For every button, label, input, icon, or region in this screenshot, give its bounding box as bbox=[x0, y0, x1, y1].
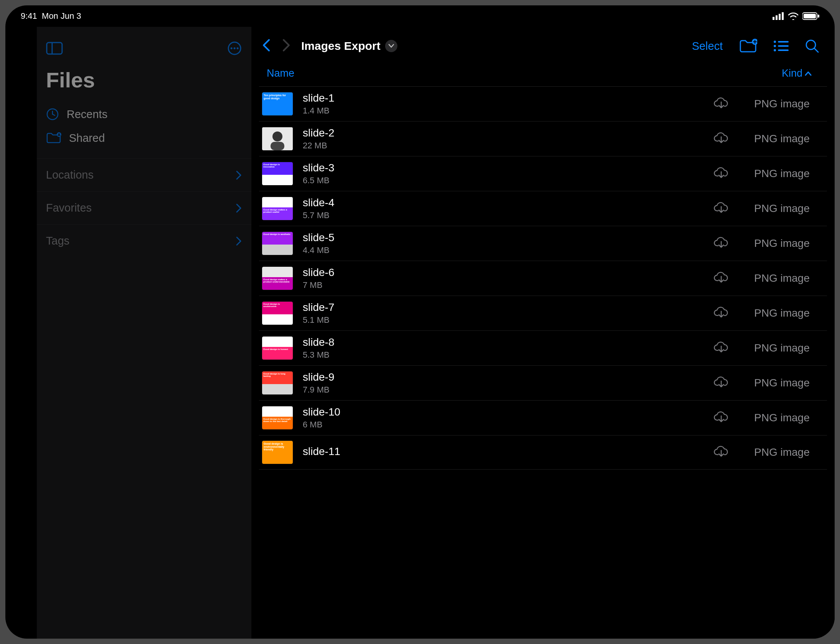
svg-rect-3 bbox=[782, 12, 784, 20]
sidebar-section-label: Favorites bbox=[46, 202, 92, 214]
list-view-button[interactable] bbox=[773, 40, 789, 52]
download-cloud-icon[interactable] bbox=[714, 341, 729, 355]
file-size: 7 MB bbox=[303, 280, 704, 290]
column-name[interactable]: Name bbox=[267, 67, 294, 79]
file-name: slide-5 bbox=[303, 232, 704, 244]
svg-rect-5 bbox=[804, 14, 816, 18]
status-date: Mon Jun 3 bbox=[42, 11, 81, 21]
file-row[interactable]: Good design is innovativeslide-36.5 MBPN… bbox=[259, 156, 827, 191]
sidebar-collapse-icon[interactable] bbox=[46, 42, 63, 55]
shared-folder-icon bbox=[46, 131, 61, 145]
sidebar-section-label: Locations bbox=[46, 169, 94, 181]
file-kind: PNG image bbox=[754, 133, 819, 145]
file-kind: PNG image bbox=[754, 98, 819, 110]
sidebar-item-shared[interactable]: Shared bbox=[37, 126, 251, 150]
file-meta: slide-45.7 MB bbox=[303, 197, 704, 220]
search-button[interactable] bbox=[805, 39, 819, 53]
file-meta: slide-222 MB bbox=[303, 127, 704, 151]
download-cloud-icon[interactable] bbox=[714, 97, 729, 111]
file-name: slide-10 bbox=[303, 406, 704, 418]
file-size: 5.7 MB bbox=[303, 210, 704, 220]
file-kind: PNG image bbox=[754, 377, 819, 389]
svg-rect-2 bbox=[779, 14, 781, 20]
file-kind: PNG image bbox=[754, 342, 819, 354]
download-cloud-icon[interactable] bbox=[714, 132, 729, 146]
file-row[interactable]: Good design is unobtrusiveslide-75.1 MBP… bbox=[259, 296, 827, 331]
file-row[interactable]: Good design makes a product usefulslide-… bbox=[259, 191, 827, 226]
file-kind: PNG image bbox=[754, 412, 819, 424]
file-kind: PNG image bbox=[754, 168, 819, 180]
file-meta: slide-85.3 MB bbox=[303, 336, 704, 360]
folder-title[interactable]: Images Export bbox=[301, 39, 397, 53]
file-row[interactable]: slide-222 MBPNG image bbox=[259, 122, 827, 156]
download-cloud-icon[interactable] bbox=[714, 376, 729, 390]
download-cloud-icon[interactable] bbox=[714, 445, 729, 459]
file-name: slide-11 bbox=[303, 445, 704, 458]
download-cloud-icon[interactable] bbox=[714, 167, 729, 181]
file-thumbnail: Ten principles for good design bbox=[262, 92, 293, 115]
download-cloud-icon[interactable] bbox=[714, 411, 729, 425]
file-thumbnail: Good design is honest bbox=[262, 337, 293, 360]
svg-rect-27 bbox=[271, 142, 284, 150]
svg-point-12 bbox=[237, 48, 239, 49]
download-cloud-icon[interactable] bbox=[714, 271, 729, 285]
file-name: slide-6 bbox=[303, 266, 704, 279]
file-name: slide-4 bbox=[303, 197, 704, 209]
sidebar-section-favorites[interactable]: Favorites bbox=[37, 191, 251, 224]
file-row[interactable]: Good design is environmentally friendlys… bbox=[259, 435, 827, 470]
file-meta: slide-75.1 MB bbox=[303, 301, 704, 325]
svg-rect-6 bbox=[818, 15, 819, 18]
download-cloud-icon[interactable] bbox=[714, 202, 729, 215]
sidebar-section-tags[interactable]: Tags bbox=[37, 224, 251, 257]
battery-icon bbox=[802, 12, 819, 20]
new-folder-button[interactable] bbox=[739, 39, 757, 53]
file-row[interactable]: Ten principles for good designslide-11.4… bbox=[259, 87, 827, 122]
file-row[interactable]: Good design is thorough down to the last… bbox=[259, 401, 827, 435]
file-meta: slide-36.5 MB bbox=[303, 162, 704, 186]
download-cloud-icon[interactable] bbox=[714, 237, 729, 250]
file-row[interactable]: Good design is honestslide-85.3 MBPNG im… bbox=[259, 331, 827, 366]
file-meta: slide-97.9 MB bbox=[303, 371, 704, 395]
sidebar-item-recents[interactable]: Recents bbox=[37, 102, 251, 126]
cellular-icon bbox=[773, 12, 784, 20]
chevron-right-icon bbox=[235, 170, 242, 181]
svg-point-21 bbox=[774, 49, 776, 51]
file-thumbnail: Good design is innovative bbox=[262, 162, 293, 185]
nav-back-button[interactable] bbox=[259, 38, 274, 54]
file-thumbnail bbox=[262, 127, 293, 150]
svg-point-15 bbox=[58, 133, 60, 135]
svg-rect-0 bbox=[773, 17, 774, 20]
file-thumbnail: Good design makes a product useful bbox=[262, 197, 293, 220]
file-row[interactable]: Good design makes a product understandab… bbox=[259, 261, 827, 296]
file-size: 7.9 MB bbox=[303, 385, 704, 395]
file-row[interactable]: Good design is long lastingslide-97.9 MB… bbox=[259, 366, 827, 401]
column-kind-label: Kind bbox=[782, 67, 802, 79]
file-list[interactable]: Ten principles for good designslide-11.4… bbox=[251, 87, 835, 639]
navbar: Images Export Select bbox=[251, 27, 835, 67]
wifi-icon bbox=[788, 12, 799, 20]
svg-point-11 bbox=[234, 48, 236, 49]
chevron-down-icon bbox=[385, 40, 397, 52]
file-size: 6 MB bbox=[303, 420, 704, 430]
status-right bbox=[773, 12, 819, 20]
download-cloud-icon[interactable] bbox=[714, 306, 729, 320]
sidebar: Files Recents Shared Locations Favorites… bbox=[37, 27, 251, 639]
status-time: 9:41 bbox=[21, 11, 37, 21]
file-kind: PNG image bbox=[754, 202, 819, 215]
file-name: slide-9 bbox=[303, 371, 704, 383]
file-size: 22 MB bbox=[303, 141, 704, 151]
svg-point-26 bbox=[272, 131, 282, 141]
file-size: 4.4 MB bbox=[303, 245, 704, 255]
svg-rect-20 bbox=[778, 45, 789, 47]
column-kind[interactable]: Kind bbox=[782, 67, 812, 79]
sidebar-more-icon[interactable] bbox=[227, 41, 242, 56]
file-row[interactable]: Good design is aestheticslide-54.4 MBPNG… bbox=[259, 226, 827, 261]
svg-line-24 bbox=[814, 48, 818, 52]
file-size: 5.3 MB bbox=[303, 350, 704, 360]
file-kind: PNG image bbox=[754, 272, 819, 284]
sidebar-section-locations[interactable]: Locations bbox=[37, 158, 251, 191]
sidebar-title: Files bbox=[37, 67, 251, 102]
file-name: slide-8 bbox=[303, 336, 704, 348]
svg-point-10 bbox=[231, 48, 233, 49]
select-button[interactable]: Select bbox=[692, 40, 723, 53]
